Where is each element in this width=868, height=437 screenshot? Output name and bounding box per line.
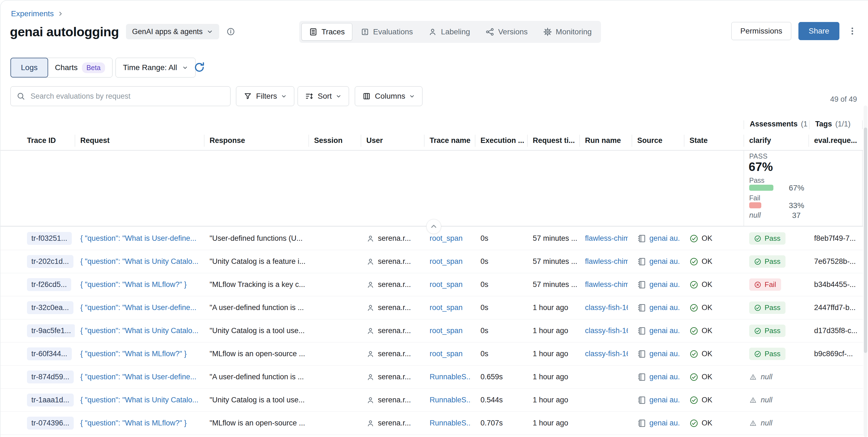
column-header-user[interactable]: User xyxy=(361,131,424,150)
charts-tab[interactable]: Charts Beta xyxy=(48,58,112,77)
trace-id-pill[interactable]: tr-874d59... xyxy=(27,370,74,383)
request-link[interactable]: { "question": "What is Unity Catalo... xyxy=(80,396,198,404)
table-row[interactable]: tr-074396... { "question": "What is MLfl… xyxy=(1,412,863,435)
column-header-clarify[interactable]: clarify xyxy=(744,131,809,150)
table-row[interactable]: tr-32c0ea... { "question": "What is User… xyxy=(1,296,863,320)
request-link[interactable]: { "question": "What is Unity Catalo... xyxy=(80,257,198,266)
table-row[interactable]: tr-60f344... { "question": "What is MLfl… xyxy=(1,342,863,366)
request-link[interactable]: { "question": "What is MLflow?" } xyxy=(80,349,187,358)
share-button[interactable]: Share xyxy=(798,22,839,40)
column-header-request-time[interactable]: Request ti... xyxy=(527,131,580,150)
trace-name-link[interactable]: RunnableS... xyxy=(430,419,471,427)
permissions-button[interactable]: Permissions xyxy=(731,22,791,40)
column-header-session[interactable]: Session xyxy=(309,131,361,150)
overflow-menu-button[interactable] xyxy=(846,25,858,38)
trace-name-link[interactable]: root_span xyxy=(430,257,463,266)
column-header-eval-request[interactable]: eval.reque... xyxy=(809,131,863,150)
trace-id-pill[interactable]: tr-9ac5fe1... xyxy=(27,324,75,337)
breadcrumb-experiments-link[interactable]: Experiments xyxy=(11,9,54,18)
trace-id-pill[interactable]: tr-f26cd5... xyxy=(27,278,71,291)
trace-id-pill[interactable]: tr-32c0ea... xyxy=(27,301,73,314)
source-link[interactable]: genai au... xyxy=(649,373,680,381)
trace-name-link[interactable]: root_span xyxy=(430,280,463,289)
source-link[interactable]: genai au... xyxy=(649,419,680,427)
table-row[interactable]: tr-874d59... { "question": "What is User… xyxy=(1,366,863,389)
response-text: "MLflow is an open-source ... xyxy=(210,419,305,427)
source-link[interactable]: genai au... xyxy=(649,396,680,404)
refresh-button[interactable] xyxy=(193,61,206,74)
request-link[interactable]: { "question": "What is MLflow?" } xyxy=(80,280,187,289)
run-name-link[interactable]: classy-fish-16 xyxy=(585,349,628,358)
column-header-execution[interactable]: Execution ... xyxy=(475,131,527,150)
source-link[interactable]: genai au... xyxy=(649,349,680,358)
column-header-run-name[interactable]: Run name xyxy=(580,131,632,150)
request-link[interactable]: { "question": "What is MLflow?" } xyxy=(80,419,187,427)
trace-name-link[interactable]: RunnableS... xyxy=(430,396,471,404)
time-range-dropdown[interactable]: Time Range: All xyxy=(116,58,195,77)
execution-time: 0.707s xyxy=(480,419,503,427)
trace-name-link[interactable]: root_span xyxy=(430,349,463,358)
sort-button[interactable]: Sort xyxy=(298,86,349,106)
trace-name-link[interactable]: root_span xyxy=(430,327,463,335)
notebook-icon xyxy=(637,257,646,266)
search-icon xyxy=(16,92,26,101)
request-link[interactable]: { "question": "What is User-define... xyxy=(80,373,196,381)
trace-id-pill[interactable]: tr-f03251... xyxy=(27,232,72,245)
response-text: "A user-defined function is ... xyxy=(210,303,304,312)
tab-evaluations[interactable]: Evaluations xyxy=(353,23,420,41)
collapse-summary-button[interactable] xyxy=(426,219,441,234)
charts-label: Charts xyxy=(55,63,78,72)
trace-name-link[interactable]: root_span xyxy=(430,303,463,312)
user-name: serena.r... xyxy=(378,396,411,404)
user-icon xyxy=(366,258,375,266)
user-name: serena.r... xyxy=(378,419,411,427)
source-link[interactable]: genai au... xyxy=(649,303,680,312)
request-link[interactable]: { "question": "What is Unity Catalo... xyxy=(80,327,198,335)
vertical-scrollbar-thumb[interactable] xyxy=(864,128,867,353)
tab-traces[interactable]: Traces xyxy=(302,23,352,41)
column-header-request[interactable]: Request xyxy=(75,131,204,150)
tab-versions[interactable]: Versions xyxy=(478,23,535,41)
evaluations-icon xyxy=(361,28,369,36)
ok-status-icon xyxy=(689,234,698,243)
run-name-link[interactable]: classy-fish-16 xyxy=(585,303,628,312)
notebook-icon xyxy=(637,373,646,381)
trace-id-pill[interactable]: tr-202c1d... xyxy=(27,255,73,268)
filters-button[interactable]: Filters xyxy=(236,86,294,106)
columns-button[interactable]: Columns xyxy=(355,86,423,106)
null-indicator: null xyxy=(749,419,772,427)
column-header-state[interactable]: State xyxy=(684,131,744,150)
trace-id-pill[interactable]: tr-1aaa1d... xyxy=(27,394,74,406)
table-header-row: Trace ID Request Response Session User T… xyxy=(1,131,863,150)
logs-tab[interactable]: Logs xyxy=(10,58,48,77)
run-name-link[interactable]: classy-fish-16 xyxy=(585,327,628,335)
trace-id-pill[interactable]: tr-074396... xyxy=(27,417,74,430)
request-link[interactable]: { "question": "What is User-define... xyxy=(80,303,196,312)
table-row[interactable]: tr-202c1d... { "question": "What is Unit… xyxy=(1,250,863,273)
source-link[interactable]: genai au... xyxy=(649,280,680,289)
user-icon xyxy=(366,234,375,243)
info-icon[interactable] xyxy=(226,27,235,36)
request-link[interactable]: { "question": "What is User-define... xyxy=(80,234,196,243)
column-header-response[interactable]: Response xyxy=(204,131,309,150)
tab-monitoring[interactable]: Monitoring xyxy=(536,23,599,41)
source-link[interactable]: genai au... xyxy=(649,257,680,266)
experiment-type-dropdown[interactable]: GenAI apps & agents xyxy=(126,24,219,39)
column-header-source[interactable]: Source xyxy=(632,131,684,150)
table-row[interactable]: tr-1aaa1d... { "question": "What is Unit… xyxy=(1,389,863,412)
trace-name-link[interactable]: root_span xyxy=(430,234,463,243)
sort-label: Sort xyxy=(318,92,332,101)
column-header-trace-id[interactable]: Trace ID xyxy=(1,131,75,150)
run-name-link[interactable]: flawless-chim xyxy=(585,234,628,243)
table-row[interactable]: tr-9ac5fe1... { "question": "What is Uni… xyxy=(1,320,863,342)
run-name-link[interactable]: flawless-chim xyxy=(585,280,628,289)
tab-labeling[interactable]: Labeling xyxy=(421,23,477,41)
search-input[interactable] xyxy=(30,92,225,101)
source-link[interactable]: genai au... xyxy=(649,234,680,243)
trace-id-pill[interactable]: tr-60f344... xyxy=(27,347,72,360)
trace-name-link[interactable]: RunnableS... xyxy=(430,373,471,381)
table-row[interactable]: tr-f26cd5... { "question": "What is MLfl… xyxy=(1,273,863,296)
column-header-trace-name[interactable]: Trace name xyxy=(424,131,475,150)
run-name-link[interactable]: flawless-chim xyxy=(585,257,628,266)
source-link[interactable]: genai au... xyxy=(649,327,680,335)
